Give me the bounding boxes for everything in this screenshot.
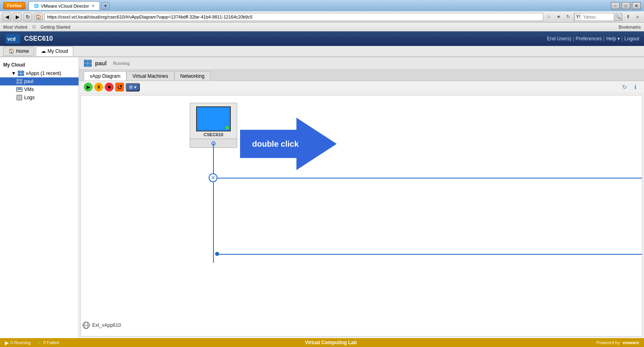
nav-sep-2: | [603,36,605,42]
play-button[interactable]: ▶ [84,83,93,91]
bookmarks-manager[interactable]: Bookmarks [619,25,641,29]
paul-vapp-icon [16,79,23,84]
cloud-icon: ☁ [41,48,46,54]
yahoo-search-input[interactable] [582,15,614,19]
network-line-vertical-1 [213,143,214,175]
help-link[interactable]: Help ▾ [606,36,620,42]
svg-text:vcd: vcd [7,36,16,42]
getting-started-bookmark[interactable]: Getting Started [41,25,70,29]
app-title: CSEC610 [24,35,547,42]
tab-bar: 🌐 VMware vCloud Director ✕ + [29,0,110,11]
my-cloud-tab-label: My Cloud [48,48,68,54]
tab-home[interactable]: 🏠 Home [3,46,34,56]
logout-link[interactable]: Logout [624,36,639,42]
reload-button[interactable]: ↻ [23,12,32,21]
tab-close-icon[interactable]: ✕ [91,4,95,8]
bookmark-star-icon[interactable]: ☆ [545,13,553,21]
sidebar-item-paul[interactable]: paul [0,77,79,85]
nav-tabs-bar: 🏠 Home ☁ My Cloud [0,46,644,57]
ext-network-label: Ext_vApp610 [83,322,121,329]
new-tab-button[interactable]: + [101,2,110,9]
status-badge: Running [113,61,130,66]
pause-button[interactable]: ⏸ [94,83,103,91]
diagram-area[interactable]: CSEC610 double click ✕ [81,95,642,337]
toolbar-right: ↻ ℹ [621,83,639,91]
tab-title: VMware vCloud Director [41,4,89,8]
restore-button[interactable]: □ [621,2,630,9]
refresh-toolbar-icon[interactable]: ↻ [621,83,629,91]
tab-strip: vApp Diagram Virtual Machines Networking [79,70,644,81]
sidebar-item-logs[interactable]: Logs [0,94,79,102]
svg-rect-18 [84,64,87,66]
running-status: ▶ 0 Running [5,340,31,346]
stop-button[interactable]: ■ [105,83,114,91]
vms-icon [16,87,23,92]
downloads-icon[interactable]: ⬇ [624,13,632,21]
svg-rect-11 [17,88,21,90]
network-line-ext-h [217,254,642,255]
yahoo-logo[interactable]: Y! [574,13,582,21]
address-bar[interactable] [44,13,543,21]
yahoo-search: Y! 🔍 [574,13,622,21]
tab-my-cloud[interactable]: ☁ My Cloud [36,46,73,56]
minimize-button[interactable]: − [611,2,620,9]
svg-rect-5 [21,74,24,76]
preferences-link[interactable]: Preferences [576,36,602,42]
vms-label: VMs [24,87,34,92]
end-users-link[interactable]: End Users) [547,36,571,42]
svg-text:double click: double click [252,139,299,148]
more-tools-icon[interactable]: ≡ [634,13,642,21]
nav-sep-3: | [621,36,623,42]
double-click-arrow: double click [240,118,337,171]
close-button[interactable]: ✕ [632,2,641,9]
tab-virtual-machines[interactable]: Virtual Machines [126,71,174,81]
failed-icon: ✓ [37,340,41,346]
forward-button[interactable]: ▶ [13,12,22,21]
nav-icons: ☆ ★ ↻ [545,13,572,21]
failed-count: 0 Failed [43,340,59,345]
search-button[interactable]: 🔍 [614,13,622,21]
tab-favicon: 🌐 [34,4,39,8]
vapps-expand-icon: ▼ [11,71,16,76]
gear-button[interactable]: ⚙ ▾ [126,83,140,91]
status-center-text: Virtual Computing Lab [65,340,596,345]
app-nav-links: End Users) | Preferences | Help ▾ | Logo… [547,36,639,42]
sidebar-item-vms[interactable]: VMs [0,85,79,94]
sidebar: My Cloud ▼ vApps (1 recent) paul [0,57,79,338]
failed-status: ✓ 0 Failed [37,340,59,346]
tab-vapp-diagram[interactable]: vApp Diagram [84,71,126,81]
home-button[interactable]: 🏠 [34,12,43,21]
bookmark-check-icon[interactable]: ★ [555,13,563,21]
svg-rect-19 [88,64,91,66]
back-button[interactable]: ◀ [2,12,11,21]
running-icon: ▶ [5,340,9,346]
info-toolbar-icon[interactable]: ℹ [631,83,639,91]
content-header: paul Running [79,57,644,70]
tab-networking[interactable]: Networking [174,71,211,81]
main-layout: My Cloud ▼ vApps (1 recent) paul [0,57,644,338]
home-tab-label: Home [16,48,29,54]
vapps-icon [18,71,24,76]
sidebar-item-vapps[interactable]: ▼ vApps (1 recent) [0,69,79,77]
svg-rect-3 [21,71,24,73]
svg-rect-17 [88,60,91,63]
svg-rect-16 [84,60,87,63]
logs-icon [16,95,23,100]
content-vapp-name: paul [95,60,107,66]
vm-screen [196,106,231,131]
vm-card[interactable]: CSEC610 [190,103,237,148]
reset-button[interactable]: ↺ [115,83,124,91]
vmware-logo: vmware [623,340,639,345]
powered-by-text: Powered by vmware [596,340,639,345]
running-count: 0 Running [10,340,31,345]
firefox-button[interactable]: Firefox [3,2,25,9]
window-controls: − □ ✕ [611,2,641,9]
content-vapp-icon [84,60,92,67]
paul-label: paul [24,79,33,84]
most-visited-bookmark[interactable]: Most Visited [3,25,27,29]
browser-tab[interactable]: 🌐 VMware vCloud Director ✕ [29,1,100,10]
vapps-label: vApps (1 recent) [26,71,61,76]
refresh-icon[interactable]: ↻ [564,13,572,21]
ext-network-icon [83,322,90,329]
svg-rect-8 [17,82,19,84]
